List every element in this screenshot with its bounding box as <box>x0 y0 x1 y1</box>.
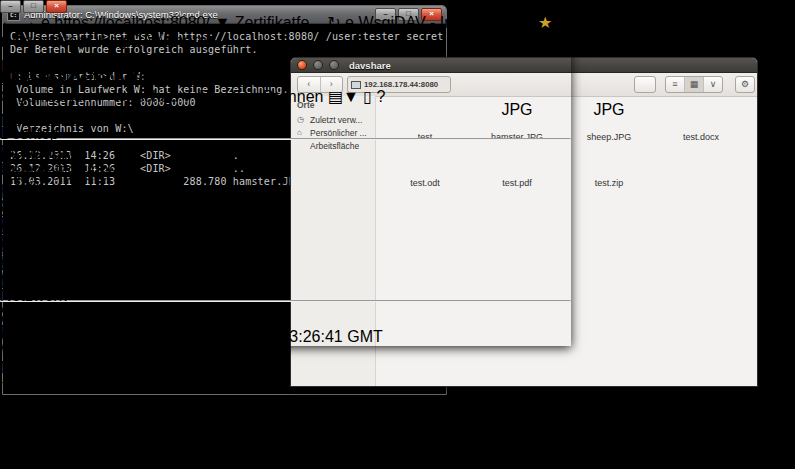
explorer-content: ★FavoritenDesktopBibliothekenHeimnetzgru… <box>0 106 795 469</box>
sidebar-item-heimnetzgruppe[interactable]: Heimnetzgruppe <box>0 161 795 179</box>
sidebar-item-papierkorb[interactable]: Papierkorb <box>0 323 795 341</box>
menu-item-extras[interactable]: Extras <box>167 69 212 86</box>
breadcrumb-segment[interactable]: Computer <box>12 32 82 50</box>
search-box[interactable]: WsgiDAV share durchsuchen <box>38 51 246 68</box>
column-date[interactable]: Änderungsdatum <box>47 359 169 376</box>
explorer-client-area: DateiBearbeitenAnsichtExtras? Organisier… <box>0 69 795 469</box>
sidebar-item-favoriten[interactable]: ★Favoriten <box>0 106 795 125</box>
sidebar-item-lokaler-datentr-ger--c--[interactable]: Lokaler Datenträger (C:) <box>0 215 795 233</box>
sidebar-item-label: WsgiDAV share <box>0 269 112 286</box>
file-date-cell: 26.12.2013 16:22 <box>76 395 201 412</box>
file-type-cell: JPG-Datei <box>205 431 279 448</box>
sidebar-item-label: VPN <box>0 341 33 358</box>
file-type-cell: JPG-Datei <box>217 413 291 430</box>
sidebar-item-label: Computer <box>0 197 70 214</box>
sidebar-item-vpn[interactable]: VPN <box>0 341 795 359</box>
column-type[interactable]: Typ <box>173 359 199 376</box>
explorer-close-button[interactable]: × <box>46 0 67 13</box>
column-headers: Name Änderungsdatum Typ Größe <box>0 359 795 377</box>
menu-bar: DateiBearbeitenAnsichtExtras? <box>0 69 795 87</box>
sidebar-item-label: Heimnetzgruppe <box>0 161 117 178</box>
file-type-cell: Datei <box>200 395 237 412</box>
file-name-cell: hamster.JPG <box>2 413 94 430</box>
sidebar-item-icloud-fotos[interactable]: iCloud-Fotos <box>0 251 795 269</box>
file-type-cell: Microsoft Word D... <box>206 449 343 466</box>
table-row-test[interactable]: test26.12.2013 15:21Dateiordner <box>0 377 795 395</box>
print-button[interactable]: Drucken <box>199 88 259 105</box>
file-size-cell: 283 KB <box>290 413 342 430</box>
file-size-cell: 2.501 KB <box>278 431 344 448</box>
burn-button[interactable]: Brennen <box>263 88 324 105</box>
table-row-sheep-jpg[interactable]: sheep.JPG08.07.2011 18:52JPG-Datei2.501 … <box>0 431 795 449</box>
sidebar-item-systemsteuerung[interactable]: Systemsteuerung <box>0 305 795 323</box>
sidebar-item-dvd-rw-laufwerk--d--[interactable]: DVD-RW-Laufwerk (D:) <box>0 233 795 251</box>
navigation-pane: ★FavoritenDesktopBibliothekenHeimnetzgru… <box>0 106 795 359</box>
help-icon[interactable]: ? <box>377 88 386 105</box>
file-date-cell: 26.12.2013 14:26 <box>81 449 206 466</box>
sidebar-item-desktop[interactable]: Desktop <box>0 125 795 143</box>
sidebar-item-label: Bibliotheken <box>0 143 87 160</box>
breadcrumb-separator: ▶ <box>0 31 12 50</box>
explorer-minimize-button[interactable]: – <box>0 0 21 13</box>
column-name[interactable]: Name <box>0 359 43 376</box>
column-size[interactable]: Größe <box>203 359 248 376</box>
sidebar-item-computer[interactable]: Computer <box>0 197 795 215</box>
breadcrumb-separator: ▶ <box>83 31 95 50</box>
sidebar-item-label: Favoriten <box>14 107 81 124</box>
file-size-cell: 18 KB <box>238 395 282 412</box>
file-list: test26.12.2013 15:21DateiordnerCOPYING26… <box>0 377 795 469</box>
hamster-photo-preview <box>7 52 69 102</box>
sidebar-item-label: Netzwerk <box>0 287 67 304</box>
sidebar-item-label: martin <box>0 179 44 196</box>
preview-button[interactable]: Vorschau▼ <box>112 88 195 105</box>
table-row-hamster-jpg[interactable]: hamster.JPG13.03.2011 11:13JPG-Datei283 … <box>0 413 795 431</box>
menu-item-ansicht[interactable]: Ansicht <box>115 69 167 86</box>
breadcrumb: ▶Computer▶WsgiDAV share▶ <box>0 31 795 50</box>
table-row-copying[interactable]: COPYING26.12.2013 16:22Datei18 KB <box>0 395 795 413</box>
explorer-navigation-bar: ← → ▶Computer▶WsgiDAV share▶ ▼ ↻ WsgiDAV… <box>0 13 795 69</box>
breadcrumb-segment[interactable]: WsgiDAV share <box>95 32 207 50</box>
star-icon: ★ <box>0 107 14 124</box>
file-name-cell: sheep.JPG <box>2 431 81 448</box>
file-size-cell: 5 KB <box>342 449 377 466</box>
table-row-test-docx[interactable]: Wtest.docx26.12.2013 14:26Microsoft Word… <box>0 449 795 467</box>
views-icon[interactable]: ▤▼ <box>328 88 359 105</box>
file-date-cell: 26.12.2013 15:21 <box>28 377 153 394</box>
sidebar-item-martin[interactable]: martin <box>0 179 795 197</box>
file-date-cell: 08.07.2011 18:52 <box>81 431 204 448</box>
search-placeholder: WsgiDAV share durchsuchen <box>38 51 246 68</box>
sidebar-item-netzwerk[interactable]: Netzwerk <box>0 287 795 305</box>
breadcrumb-separator: ▶ <box>207 31 219 50</box>
explorer-window: – □ × ← → ▶Computer▶WsgiDAV share▶ ▼ ↻ W… <box>0 0 795 469</box>
preview-pane-icon[interactable]: ▯ <box>363 88 372 105</box>
sidebar-item-label: Desktop <box>0 125 59 142</box>
sidebar-item-label: Systemsteuerung <box>0 305 125 322</box>
sidebar-item-label: Papierkorb <box>0 323 77 340</box>
sidebar-item-bibliotheken[interactable]: Bibliotheken <box>0 143 795 161</box>
command-toolbar: Organisieren▼ Vorschau▼ Drucken Brennen … <box>0 87 795 106</box>
sidebar-item-wsgidav-share[interactable]: WsgiDAV share <box>0 269 795 287</box>
file-date-cell: 13.03.2011 11:13 <box>94 413 216 430</box>
desktop: { "colors": { "ubuntu_orange": "#e8793e"… <box>0 0 795 469</box>
file-icon: W <box>2 449 17 466</box>
file-name-cell: COPYING <box>2 395 76 412</box>
explorer-caption-buttons: – □ × <box>0 0 795 13</box>
file-name-cell: test.docx <box>17 449 81 466</box>
sidebar-item-label: iCloud-Fotos <box>0 251 91 268</box>
back-button[interactable]: ← <box>0 13 16 30</box>
file-name-cell: test <box>2 377 28 394</box>
sidebar-item-label: DVD-RW-Laufwerk (D:) <box>0 233 167 250</box>
forward-button[interactable]: → <box>20 13 36 30</box>
sidebar-item-label: Lokaler Datenträger (C:) <box>0 215 173 232</box>
menu-item-[interactable]: ? <box>213 69 222 86</box>
file-type-cell: Dateiordner <box>152 377 236 394</box>
explorer-maximize-button[interactable]: □ <box>23 0 44 13</box>
